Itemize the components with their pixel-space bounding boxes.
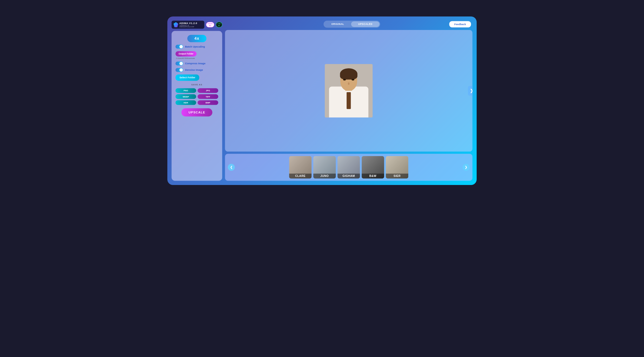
left-eye	[343, 79, 346, 80]
hair-shape	[340, 68, 357, 80]
output-folder-button[interactable]: Output Folder	[175, 51, 197, 56]
thumbnail-bw[interactable]: B&W	[362, 156, 384, 178]
format-tiff-button[interactable]: TIFF	[198, 94, 218, 99]
format-webp-button[interactable]: WEBP	[175, 94, 196, 99]
format-png-button[interactable]: PNG	[175, 88, 196, 93]
logo-box: ADIMA V1.2.0 "A PRODUCT OF AIIMAGEUPSCAL…	[172, 21, 204, 29]
toggle-thumb	[180, 68, 183, 72]
app-container: ADIMA V1.2.0 "A PRODUCT OF AIIMAGEUPSCAL…	[167, 16, 477, 185]
thumbnail-label-juno: JUNO	[313, 174, 336, 178]
logo-crystal-icon	[174, 22, 178, 27]
toggle-thumb	[180, 45, 183, 48]
thumbnail-juno[interactable]: JUNO	[313, 156, 336, 178]
denoise-image-row: Denoise Image	[175, 68, 218, 72]
compress-image-toggle[interactable]	[175, 62, 183, 66]
nose-shape	[348, 82, 350, 85]
thumbnail-sier[interactable]: SIER	[386, 156, 408, 178]
format-bmp-button[interactable]: BMP	[198, 100, 218, 105]
thumbnail-gigham[interactable]: GIGHAM	[337, 156, 360, 178]
batch-upscaling-row: Batch Upscaling	[175, 45, 218, 49]
top-bar: ORIGINAL UPSCALED Feedback	[225, 21, 472, 28]
app-subtitle: "A PRODUCT OF AIIMAGEUPSCALE.COM"	[179, 25, 202, 28]
thumbnail-items: CLARE JUNO GIGHAM B&W SIER	[237, 156, 461, 178]
tab-upscaled[interactable]: UPSCALED	[351, 21, 380, 27]
image-display-area: ❯	[225, 30, 472, 151]
upscale-button[interactable]: UPSCALE	[181, 108, 212, 116]
right-area: ORIGINAL UPSCALED Feedback	[225, 21, 472, 181]
live-bg-badge[interactable]: LIVE BG	[216, 22, 222, 27]
select-folder-button[interactable]: Select Folder	[175, 75, 199, 81]
main-image	[325, 64, 373, 117]
thumbnail-clare[interactable]: CLARE	[289, 156, 311, 178]
format-jpg-button[interactable]: JPG	[198, 88, 218, 93]
denoise-image-label: Denoise Image	[185, 69, 203, 72]
folder-path-text: C:/Users/81783/Downloads	[176, 57, 195, 59]
thumbnail-label-bw: B&W	[362, 174, 384, 178]
denoise-image-toggle[interactable]	[175, 68, 183, 72]
batch-upscaling-toggle[interactable]	[175, 45, 183, 49]
thumbnail-label-sier: SIER	[386, 174, 408, 178]
view-tabs: ORIGINAL UPSCALED	[324, 21, 380, 28]
scale-selector-button[interactable]: 4x	[187, 35, 206, 42]
save-as-label: SAVE AS	[191, 83, 203, 86]
right-eye	[351, 79, 354, 80]
image-next-button[interactable]: ❯	[468, 86, 473, 96]
left-panel: ADIMA V1.2.0 "A PRODUCT OF AIIMAGEUPSCAL…	[172, 21, 222, 181]
thumbnail-label-clare: CLARE	[289, 174, 311, 178]
format-grid: PNG JPG WEBP TIFF HDR BMP	[175, 88, 218, 105]
compress-image-label: Compress Image	[185, 62, 205, 65]
app-title: ADIMA V1.2.0	[179, 22, 202, 25]
header-bar: ADIMA V1.2.0 "A PRODUCT OF AIIMAGEUPSCAL…	[172, 21, 222, 29]
tab-original[interactable]: ORIGINAL	[324, 21, 351, 27]
feedback-button[interactable]: Feedback	[449, 21, 471, 27]
thumbnails-bar: ❮ CLARE JUNO GIGHAM B&W	[225, 154, 472, 181]
format-hdr-button[interactable]: HDR	[175, 100, 196, 105]
compress-image-row: Compress Image	[175, 62, 218, 66]
eyes-area	[343, 79, 354, 80]
batch-upscaling-label: Batch Upscaling	[185, 45, 205, 48]
toggle-thumb	[180, 62, 183, 65]
thumbnails-next-button[interactable]: ❯	[463, 164, 470, 171]
thumbnails-prev-button[interactable]: ❮	[228, 164, 235, 171]
control-card: 4x Batch Upscaling Output Folder C:/User…	[172, 31, 222, 181]
static-bg-badge[interactable]: STATIC BG	[206, 22, 214, 27]
thumbnail-label-gigham: GIGHAM	[337, 174, 360, 178]
tie-shape	[347, 92, 351, 109]
